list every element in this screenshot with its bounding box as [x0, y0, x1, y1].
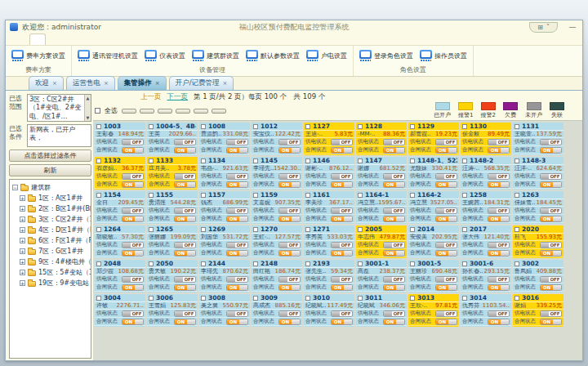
breaker-toggle[interactable]: ON — [174, 216, 196, 222]
document-tab[interactable]: 运营售电 × — [66, 76, 115, 90]
document-tab[interactable]: 集管操作 × — [118, 76, 167, 90]
meter-checkbox[interactable] — [96, 124, 101, 129]
action-button[interactable] — [140, 109, 154, 114]
meter-checkbox[interactable] — [253, 124, 258, 129]
menu-item[interactable] — [29, 33, 46, 45]
supply-toggle[interactable]: OFF — [383, 276, 405, 283]
supply-toggle[interactable]: OFF — [278, 276, 301, 283]
supply-toggle[interactable]: OFF — [226, 208, 248, 214]
tree-item[interactable]: + 1区：A区1#井 — [20, 193, 91, 203]
meter-checkbox[interactable] — [305, 193, 310, 198]
supply-toggle[interactable]: OFF — [226, 276, 248, 283]
breaker-toggle[interactable]: ON — [122, 319, 144, 325]
action-button[interactable] — [122, 109, 136, 114]
expand-icon[interactable]: + — [20, 216, 25, 222]
supply-toggle[interactable]: OFF — [331, 276, 353, 283]
tree-item[interactable]: + 2区：B区1#井(B区1#… — [20, 203, 91, 214]
scroll-down-icon[interactable]: ▼ — [87, 115, 90, 121]
breaker-toggle[interactable]: ON — [540, 147, 562, 154]
breaker-toggle[interactable]: ON — [383, 216, 405, 222]
supply-toggle[interactable]: OFF — [174, 242, 196, 248]
menu-item[interactable] — [82, 33, 97, 45]
supply-toggle[interactable]: OFF — [488, 208, 510, 214]
supply-toggle[interactable]: OFF — [122, 242, 144, 248]
meter-checkbox[interactable] — [462, 227, 467, 232]
meter-checkbox[interactable] — [253, 193, 258, 198]
breaker-toggle[interactable]: ON — [331, 284, 353, 291]
ribbon-button[interactable]: 通讯管理机设置 — [74, 48, 141, 63]
meter-checkbox[interactable] — [149, 227, 154, 232]
supply-toggle[interactable]: OFF — [540, 276, 562, 283]
supply-toggle[interactable]: OFF — [540, 139, 562, 145]
supply-toggle[interactable]: OFF — [226, 173, 248, 180]
breaker-toggle[interactable]: ON — [540, 216, 562, 222]
supply-toggle[interactable]: OFF — [331, 242, 353, 248]
breaker-toggle[interactable]: ON — [435, 319, 457, 325]
breaker-toggle[interactable]: ON — [122, 250, 144, 257]
tab-close-icon[interactable]: × — [223, 80, 228, 87]
breaker-toggle[interactable]: ON — [278, 319, 301, 325]
meter-checkbox[interactable] — [201, 158, 206, 163]
supply-toggle[interactable]: OFF — [122, 310, 144, 317]
breaker-toggle[interactable]: ON — [435, 284, 457, 291]
breaker-toggle[interactable]: ON — [488, 250, 510, 257]
supply-toggle[interactable]: OFF — [278, 173, 301, 180]
breaker-toggle[interactable]: ON — [226, 216, 248, 222]
supply-toggle[interactable]: OFF — [278, 208, 301, 214]
supply-toggle[interactable]: OFF — [488, 310, 510, 317]
breaker-toggle[interactable]: ON — [278, 284, 301, 291]
supply-toggle[interactable]: OFF — [488, 173, 510, 180]
document-tab[interactable]: 欢迎 × — [29, 76, 64, 90]
breaker-toggle[interactable]: ON — [383, 181, 405, 188]
meter-checkbox[interactable] — [201, 124, 206, 129]
breaker-toggle[interactable]: ON — [226, 319, 248, 325]
meter-checkbox[interactable] — [514, 227, 519, 232]
supply-toggle[interactable]: OFF — [226, 242, 248, 248]
breaker-toggle[interactable]: ON — [278, 216, 301, 222]
supply-toggle[interactable]: OFF — [435, 276, 457, 283]
meter-checkbox[interactable] — [410, 296, 415, 301]
minimize-button[interactable]: — — [567, 23, 578, 31]
meter-checkbox[interactable] — [201, 261, 206, 266]
choose-filter-button[interactable]: 点击选择过滤条件 — [9, 150, 91, 162]
tab-close-icon[interactable]: × — [155, 80, 160, 87]
supply-toggle[interactable]: OFF — [488, 242, 510, 248]
breaker-toggle[interactable]: ON — [488, 181, 510, 188]
supply-toggle[interactable]: OFF — [540, 173, 562, 180]
action-button[interactable] — [176, 109, 190, 114]
supply-toggle[interactable]: OFF — [174, 139, 196, 145]
meter-checkbox[interactable] — [410, 158, 415, 163]
action-button[interactable] — [158, 109, 172, 114]
supply-toggle[interactable]: OFF — [383, 173, 405, 180]
meter-checkbox[interactable] — [305, 261, 310, 266]
supply-toggle[interactable]: OFF — [174, 208, 196, 214]
scroll-up-icon[interactable]: ▲ — [87, 96, 90, 101]
meter-checkbox[interactable] — [462, 296, 467, 301]
meter-checkbox[interactable] — [358, 124, 363, 129]
meter-checkbox[interactable] — [96, 296, 101, 301]
meter-checkbox[interactable] — [149, 193, 154, 198]
meter-checkbox[interactable] — [96, 227, 101, 232]
supply-toggle[interactable]: OFF — [278, 310, 301, 317]
supply-toggle[interactable]: OFF — [488, 139, 510, 145]
supply-toggle[interactable]: OFF — [540, 208, 562, 214]
action-button[interactable] — [194, 109, 208, 114]
supply-toggle[interactable]: OFF — [174, 310, 196, 317]
tab-close-icon[interactable]: × — [104, 80, 109, 87]
meter-checkbox[interactable] — [358, 227, 363, 232]
supply-toggle[interactable]: OFF — [383, 310, 405, 317]
meter-checkbox[interactable] — [201, 296, 206, 301]
expand-icon[interactable]: + — [20, 248, 25, 254]
prev-page-link[interactable]: 上一页 — [140, 92, 162, 102]
breaker-toggle[interactable]: ON — [122, 284, 144, 291]
supply-toggle[interactable]: OFF — [488, 276, 510, 283]
supply-toggle[interactable]: OFF — [174, 276, 196, 283]
supply-toggle[interactable]: OFF — [383, 139, 405, 145]
meter-checkbox[interactable] — [253, 261, 258, 266]
menu-item[interactable] — [12, 33, 27, 45]
action-button[interactable] — [212, 109, 226, 114]
meter-checkbox[interactable] — [410, 261, 415, 266]
ribbon-button[interactable]: 费率方案设置 — [8, 48, 69, 63]
supply-toggle[interactable]: OFF — [122, 139, 144, 145]
breaker-toggle[interactable]: ON — [488, 216, 510, 222]
